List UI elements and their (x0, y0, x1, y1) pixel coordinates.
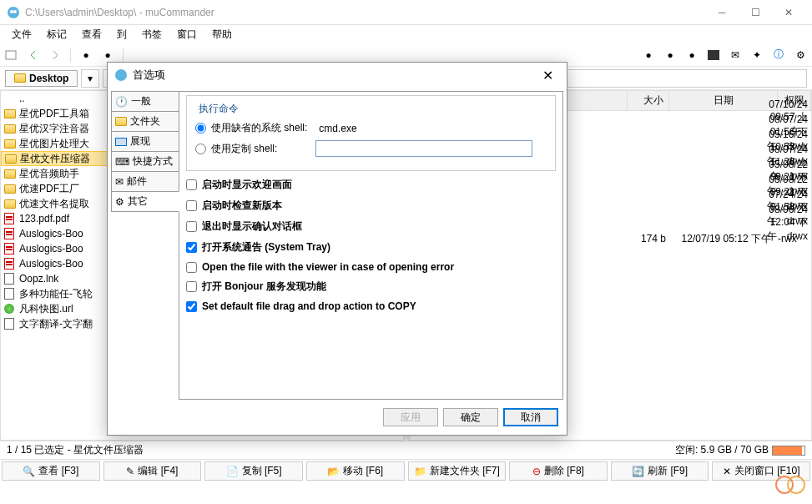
category-shortcut[interactable]: ⌨快捷方式 (111, 151, 179, 172)
menu-bookmark[interactable]: 书签 (135, 26, 169, 43)
nav-icon[interactable]: ● (79, 48, 93, 62)
check-confirm-quit[interactable] (186, 221, 197, 232)
settings-icon[interactable]: ⚙ (794, 48, 807, 62)
window-titlebar: C:\Users\admin\Desktop\ - muCommander ─ … (0, 0, 812, 25)
dialog-icon (114, 68, 128, 82)
nav-icon[interactable]: ● (101, 48, 114, 62)
file-size: 174 b (624, 233, 666, 244)
gear-icon: ⚙ (115, 196, 124, 208)
category-mail[interactable]: ✉邮件 (111, 171, 179, 192)
menu-file[interactable]: 文件 (5, 26, 38, 43)
folder-icon (4, 108, 18, 119)
check-bonjour[interactable] (186, 281, 197, 292)
back-icon[interactable] (27, 48, 40, 62)
dialog-content: 执行命令 使用缺省的系统 shell: cmd.exe 使用定制 shell: … (179, 91, 563, 400)
statusbar: 1 / 15 已选定 - 星优文件压缩器 空闲: 5.9 GB / 70 GB (0, 441, 812, 459)
custom-shell-input[interactable] (315, 140, 532, 157)
col-date[interactable]: 日期 (669, 91, 778, 110)
tool-icon[interactable]: ● (663, 48, 677, 62)
terminal-icon[interactable] (707, 48, 720, 62)
cancel-button[interactable]: 取消 (503, 408, 558, 426)
note-icon (4, 288, 18, 300)
fn-move[interactable]: 📂 移动 [F6] (306, 461, 405, 481)
check-drag-copy[interactable] (186, 301, 197, 312)
radio-custom-shell[interactable] (195, 144, 206, 154)
menu-view[interactable]: 查看 (75, 26, 108, 43)
folder-icon (5, 153, 18, 164)
location-label: Desktop (29, 73, 68, 84)
radio-default-label: 使用缺省的系统 shell: (211, 121, 307, 135)
note-icon (4, 318, 18, 330)
category-general[interactable]: 🕐一般 (111, 91, 179, 112)
mail-icon[interactable]: ✉ (729, 48, 742, 62)
new-window-icon[interactable] (5, 48, 18, 62)
fn-delete[interactable]: ⊖ 删除 [F8] (509, 461, 608, 481)
default-shell-value: cmd.exe (319, 123, 356, 134)
check-systray[interactable] (186, 242, 197, 253)
svg-rect-4 (708, 50, 719, 60)
location-dropdown[interactable]: ▾ (81, 69, 99, 88)
fn-edit[interactable]: ✎ 编辑 [F4] (103, 461, 202, 481)
fn-refresh[interactable]: 🔄 刷新 [F9] (611, 461, 709, 481)
menu-window[interactable]: 窗口 (170, 26, 204, 43)
wand-icon[interactable]: ✦ (750, 48, 764, 62)
pdf-icon (4, 213, 18, 224)
shortcut-icon: ⌨ (115, 156, 129, 168)
clock-icon: 🕐 (115, 96, 128, 108)
menu-help[interactable]: 帮助 (205, 26, 239, 43)
dialog-close-button[interactable]: ✕ (535, 63, 560, 88)
svg-rect-3 (6, 51, 16, 59)
status-free-space: 空闲: 5.9 GB / 70 GB (675, 443, 769, 457)
folder-icon (115, 117, 127, 126)
display-icon (115, 138, 127, 146)
category-folders[interactable]: 文件夹 (111, 111, 179, 132)
fn-mkdir[interactable]: 📁 新建文件夹 [F7] (408, 461, 507, 481)
maximize-button[interactable]: ☐ (739, 0, 772, 25)
info-icon[interactable]: ⓘ (772, 48, 785, 62)
svg-point-2 (13, 10, 17, 13)
preferences-dialog: 首选项 ✕ 🕐一般 文件夹 展现 ⌨快捷方式 ✉邮件 ⚙其它 执行命令 使用缺省… (107, 62, 567, 436)
pdf-icon (4, 228, 18, 239)
close-button[interactable]: ✕ (772, 0, 805, 25)
svg-point-0 (8, 7, 19, 18)
svg-point-5 (115, 69, 127, 81)
apply-button[interactable]: 应用 (383, 408, 438, 426)
menubar: 文件 标记 查看 到 书签 窗口 帮助 (0, 25, 812, 43)
fn-close[interactable]: ✕ 关闭窗口 [F10] (712, 461, 810, 481)
note-icon (4, 273, 18, 285)
folder-icon (14, 73, 26, 83)
location-tab[interactable]: Desktop (5, 70, 78, 87)
category-misc[interactable]: ⚙其它 (111, 191, 179, 212)
radio-custom-label: 使用定制 shell: (211, 142, 277, 156)
svg-point-1 (10, 10, 13, 13)
dialog-sidebar: 🕐一般 文件夹 展现 ⌨快捷方式 ✉邮件 ⚙其它 (111, 91, 179, 400)
menu-mark[interactable]: 标记 (40, 26, 73, 43)
exec-legend: 执行命令 (195, 102, 242, 116)
forward-icon[interactable] (48, 48, 62, 62)
status-selection: 1 / 15 已选定 - 星优文件压缩器 (7, 443, 675, 457)
fn-copy[interactable]: 📄 复制 [F5] (204, 461, 303, 481)
radio-default-shell[interactable] (195, 123, 206, 134)
col-size[interactable]: 大小 (628, 91, 669, 110)
fn-view[interactable]: 🔍 查看 [F3] (2, 461, 100, 481)
app-icon (7, 6, 20, 19)
check-update[interactable] (186, 200, 197, 211)
file-perm: -rwx (774, 233, 808, 244)
check-welcome[interactable] (186, 179, 197, 190)
function-bar: 🔍 查看 [F3] ✎ 编辑 [F4] 📄 复制 [F5] 📂 移动 [F6] … (0, 459, 812, 482)
check-viewer-error[interactable] (186, 262, 197, 273)
mail-icon: ✉ (115, 176, 124, 188)
ok-button[interactable]: 确定 (443, 408, 498, 426)
folder-icon (4, 123, 18, 134)
pdf-icon (4, 258, 18, 270)
up-icon (4, 93, 18, 104)
menu-go[interactable]: 到 (110, 26, 134, 43)
category-display[interactable]: 展现 (111, 131, 179, 152)
tool-icon[interactable]: ● (642, 48, 655, 62)
disk-meter (772, 446, 805, 456)
minimize-button[interactable]: ─ (705, 0, 739, 25)
pdf-icon (4, 243, 18, 255)
url-icon (4, 303, 18, 315)
tool-icon[interactable]: ● (685, 48, 699, 62)
folder-icon (4, 198, 18, 209)
